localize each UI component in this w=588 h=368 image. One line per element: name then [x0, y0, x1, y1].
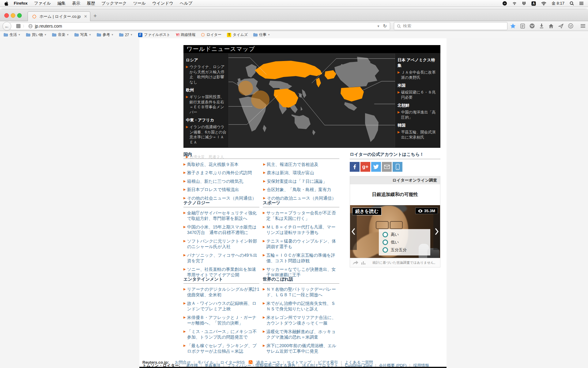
url-bar[interactable]: 〉 jp.reuters.com ▼ ↻ — [8, 22, 390, 30]
menubar-item-履歴[interactable]: 履歴 — [87, 1, 95, 6]
reload-icon[interactable]: ↻ — [383, 23, 387, 29]
news-link[interactable]: テニス＝猛暑のウィンブルドン、体調崩す選手も — [266, 238, 339, 250]
minimize-window-button[interactable] — [11, 13, 15, 18]
news-link[interactable]: 五輪＝ＩＯＣが東京五輪の準備を評価、コスト問題は静観 — [266, 252, 339, 264]
news-link[interactable]: リアーナのデジタルシングルが累計1億曲突破、全米初 — [187, 286, 259, 298]
menubar-item-ツール[interactable]: ツール — [133, 1, 146, 6]
google-plus-icon[interactable]: g+ — [360, 162, 370, 172]
close-window-button[interactable] — [4, 13, 9, 18]
zoom-window-button[interactable] — [17, 13, 22, 18]
site-square-icon[interactable] — [16, 24, 21, 28]
bookmark-folder-27[interactable]: 27▼ — [119, 33, 133, 37]
menubar-item-編集[interactable]: 編集 — [57, 1, 66, 6]
bookmark-star-icon[interactable] — [510, 23, 516, 29]
map-news-link[interactable]: 平昌五輪、開会式演出に宋承桓氏 — [401, 130, 439, 140]
dropbox-icon[interactable] — [522, 2, 526, 6]
carousel-next-button[interactable] — [433, 213, 440, 250]
carousel-prev-button[interactable] — [350, 213, 357, 250]
radio-icon[interactable] — [383, 232, 388, 237]
pocket-icon[interactable] — [530, 23, 535, 29]
bookmark-路線情報[interactable]: Y!路線情報 — [176, 32, 195, 37]
back-button[interactable]: ← — [2, 22, 11, 31]
bookmark-folder-生活[interactable]: 生活▼ — [4, 32, 21, 37]
news-link[interactable]: ＭＬＢ＝イチロー代打も凡退、マーリンズは逆転サヨナラ勝ち — [266, 224, 339, 236]
menubar-item-表示[interactable]: 表示 — [72, 1, 80, 6]
news-link[interactable]: 米オレゴン州でマリフアナ合法に、カウントダウン後さっそく一服 — [266, 315, 339, 326]
hello-smiley-icon[interactable] — [568, 23, 573, 29]
map-news-link[interactable]: ＪＡ全中会長に改革派の奥野氏 — [401, 70, 439, 80]
news-link[interactable]: 「ミス・ユニバース」にメキシコ不参加、トランプ氏の問題発言で — [187, 329, 259, 340]
news-link[interactable]: サッカー＝なでしこが決勝進出、女子Ｗ杯連覇に王手 — [266, 266, 339, 278]
news-link[interactable]: 床下に2000年前の儀式用浴槽、エルサレム近郊で工事中に発見 — [266, 343, 339, 354]
new-tab-button[interactable]: + — [93, 13, 97, 19]
news-link[interactable]: 農水は新潟、環境が富山 — [267, 170, 314, 175]
menubar-clock[interactable]: 金 8:17 — [552, 1, 564, 6]
bookmark-folder-買い物[interactable]: 買い物▼ — [26, 32, 47, 37]
facebook-icon[interactable] — [350, 162, 360, 172]
poll-option[interactable]: 五分五分 — [383, 247, 430, 253]
share-icon[interactable] — [353, 261, 358, 265]
news-link[interactable]: 合区対象、「鳥取・島根」案有力 — [267, 187, 331, 192]
notification-center-icon[interactable] — [579, 2, 584, 5]
menubar-item-ブックマーク[interactable]: ブックマーク — [101, 1, 127, 6]
bookmark-folder-仕事[interactable]: 仕事▼ — [253, 32, 270, 37]
home-icon[interactable] — [548, 24, 554, 29]
reading-list-icon[interactable] — [520, 23, 525, 29]
news-link[interactable]: 箱根山、新たに三つの噴気孔 — [187, 178, 243, 184]
map-news-link[interactable]: 破綻回避に６・８兆円必要 — [401, 90, 439, 100]
news-link[interactable]: 故Ａ・ワインハウスの記録映画、ロンドンでプレミア上映 — [187, 301, 259, 312]
map-news-link[interactable]: ウクライナ、ロシアから天然ガス輸入停止 欧州向けは影響なし — [190, 64, 227, 85]
news-link[interactable]: ＮＹ名物の聖パトリックデーパレード、ＬＧＢＴに一段と開放へ — [266, 286, 339, 298]
url-text[interactable]: jp.reuters.com — [35, 24, 62, 29]
downloads-icon[interactable] — [539, 23, 544, 29]
menubar-item-ウインドウ[interactable]: ウインドウ — [152, 1, 173, 6]
search-box[interactable]: 検索 — [394, 22, 507, 30]
menubar-item-ファイル[interactable]: ファイル — [34, 1, 51, 6]
creative-cloud-icon[interactable]: ∞ — [502, 1, 507, 6]
mail-icon[interactable] — [382, 162, 392, 172]
news-link[interactable]: 金融庁がサイバーセキュリティ強化で取組方針、専門部署を新設へ — [187, 210, 259, 221]
globe-icon[interactable] — [28, 24, 33, 29]
map-news-link[interactable]: ギリシャ国民投票、銀行支援条件を左右＝ＥＣＢ理事会メンバー — [190, 94, 227, 115]
news-link[interactable]: 「最も稼ぐセレブ」ランキング、プロボクサーが上位独占＝米誌 — [187, 343, 259, 354]
bookmark-タイムズ[interactable]: Tタイムズ — [227, 32, 248, 37]
poll-option[interactable]: 高い — [383, 232, 430, 237]
menubar-item-ヘルプ[interactable]: ヘルプ — [180, 1, 192, 6]
browser-tab[interactable]: ホーム | ロイター.co.jp ✕ — [28, 11, 90, 21]
news-link[interactable]: 鳥取砂丘、花火残骸９百本 — [187, 162, 239, 167]
spotlight-search-icon[interactable] — [570, 1, 574, 6]
bar-chart-icon[interactable] — [361, 261, 366, 265]
apple-menu-icon[interactable] — [4, 1, 8, 6]
bookmark-ファイルポスト[interactable]: Fファイルポスト — [138, 32, 170, 37]
news-link[interactable]: ソニー、社長直轄の事業創出を加速 専用サイトでアイデア公開 — [187, 266, 259, 278]
share-plane-icon[interactable] — [558, 24, 564, 29]
news-link[interactable]: 米でがん治療中の記憶喪失女性、ＳＮＳで身元知りたいと訴え — [266, 301, 339, 312]
news-link[interactable]: 温暖化で海氷融解進めば、ホッキョクグマ激減の恐れ＝米調査 — [266, 329, 339, 340]
menu-hamburger-icon[interactable] — [580, 24, 586, 28]
mobile-icon[interactable] — [393, 162, 402, 172]
news-link[interactable]: 新日本プロレスで情報流出 — [187, 187, 239, 192]
map-news-link[interactable]: 中国の海洋進出「高圧的」 — [401, 110, 439, 120]
menubar-item-app[interactable]: Firefox — [14, 1, 28, 6]
tab-close-icon[interactable]: ✕ — [84, 14, 87, 19]
url-dropdown-icon[interactable]: ▼ — [377, 25, 380, 28]
input-source-icon[interactable]: A — [531, 1, 536, 6]
news-link[interactable]: ソフトバンクに元リンクトイン幹部のニシャール氏が入社 — [187, 238, 259, 250]
map-news-link[interactable]: イランの低濃縮ウラン備蓄、6カ国との合意水準に減少＝ＩＡＥＡ — [190, 125, 227, 145]
bookmark-folder-音楽[interactable]: 音楽▼ — [52, 32, 69, 37]
news-link[interactable]: パナソニック、フィコサへの49％出資を完了 — [187, 252, 259, 264]
bookmark-folder-参考[interactable]: 参考▼ — [97, 32, 114, 37]
news-link[interactable]: 民主、報道圧力で首相追及 — [267, 162, 318, 167]
world-map[interactable] — [228, 54, 395, 147]
news-link[interactable]: 米俳優Ｂ・アフレックとＪ・ガーナーが離婚へ、「苦渋の決断」 — [187, 315, 259, 326]
radio-icon[interactable] — [383, 247, 388, 253]
bookmark-folder-写真[interactable]: 写真▼ — [74, 32, 91, 37]
news-link[interactable]: 安保対案提出は「７日に議論」 — [267, 178, 327, 184]
news-link[interactable]: サッカー＝ブラッター会長が不正否定「私は天国に行く」 — [266, 210, 339, 221]
poll-option[interactable]: 低い — [383, 240, 430, 245]
device-wifi-icon[interactable] — [512, 2, 517, 5]
news-link[interactable]: 雅子さま２年ぶりの海外公式訪問 — [187, 170, 252, 175]
bookmark-ロイター[interactable]: ロイター — [201, 32, 221, 37]
twitter-icon[interactable] — [371, 162, 381, 172]
radio-icon[interactable] — [383, 240, 388, 245]
